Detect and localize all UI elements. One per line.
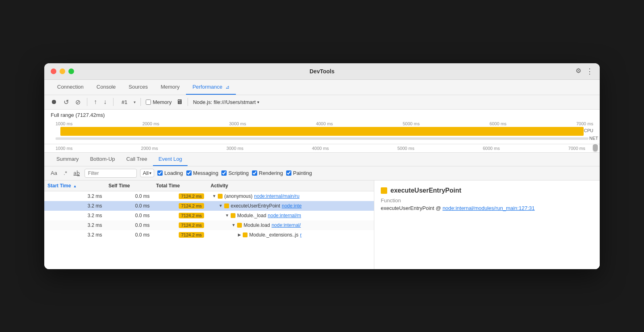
rendering-checkbox[interactable] [252, 170, 257, 176]
detail-body-prefix: executeUserEntryPoint @ [381, 205, 442, 211]
filter-regex[interactable]: .* [62, 169, 69, 177]
expand-btn-2[interactable]: ▼ [225, 213, 229, 218]
col-total-time[interactable]: Total Time [153, 181, 208, 191]
ruler-tick-7: 7000 ms [576, 121, 593, 126]
tab-event-log[interactable]: Event Log [153, 153, 188, 166]
expand-btn-4[interactable]: ▶ [238, 232, 241, 237]
activity-link-4[interactable]: r [300, 232, 301, 238]
rendering-checkbox-label[interactable]: Rendering [252, 170, 283, 176]
detail-color-swatch [381, 187, 387, 194]
ruler2-tick-7: 7000 ms [568, 146, 585, 151]
toolbar-divider-4 [188, 98, 188, 106]
table-row[interactable]: 3.2 ms 0.0 ms 7124.2 ms ▼ (anonymous) no… [44, 191, 374, 201]
download-button[interactable]: ↓ [102, 98, 108, 106]
cell-start-time-1: 3.2 ms [44, 201, 105, 211]
title-bar: DevTools ⚙ ⋮ [44, 63, 600, 80]
cell-start-time-4: 3.2 ms [44, 230, 105, 240]
table-row[interactable]: 3.2 ms 0.0 ms 7124.2 ms ▼ Module._load n… [44, 211, 374, 220]
reload-button[interactable]: ↺ [62, 98, 70, 107]
tab-connection[interactable]: Connection [51, 80, 90, 95]
upload-button[interactable]: ↑ [92, 98, 99, 106]
time-badge-2: 7124.2 ms [179, 213, 204, 218]
activity-swatch-0 [218, 194, 223, 199]
ruler-tick-6: 6000 ms [489, 121, 506, 126]
ruler-tick-2: 2000 ms [142, 121, 159, 126]
more-icon[interactable]: ⋮ [586, 67, 593, 76]
scripting-checkbox-label[interactable]: Scripting [221, 170, 249, 176]
maximize-button[interactable] [68, 68, 74, 74]
full-range-label: Full range (7127.42ms) [44, 110, 600, 120]
cell-self-time-1: 0.0 ms [105, 201, 153, 211]
cell-activity-0: ▼ (anonymous) node:internal/main/ru [207, 191, 374, 201]
filter-case-sensitive[interactable]: Aa [49, 169, 59, 177]
target-selector[interactable]: Node.js: file:///Users/stmart ▾ [193, 99, 259, 105]
clear-button[interactable]: ⊘ [74, 98, 82, 107]
profile-dropdown-arrow[interactable]: ▾ [134, 100, 136, 104]
minimize-button[interactable] [60, 68, 65, 74]
expand-btn-0[interactable]: ▼ [212, 194, 216, 198]
tab-summary[interactable]: Summary [51, 153, 85, 166]
memory-checkbox-label[interactable]: Memory [146, 99, 171, 105]
nav-bar: Connection Console Sources Memory Perfor… [44, 80, 600, 95]
activity-name-2: Module._load [237, 213, 266, 218]
tab-memory[interactable]: Memory [154, 80, 186, 95]
cpu-bar-row: CPU [44, 127, 600, 136]
messaging-checkbox-label[interactable]: Messaging [186, 170, 219, 176]
col-activity[interactable]: Activity [207, 181, 374, 191]
filter-category-dropdown[interactable]: All ▾ [140, 169, 154, 177]
memory-checkbox-input[interactable] [146, 100, 151, 105]
col-self-time[interactable]: Self Time [105, 181, 153, 191]
timeline-scrollbar[interactable] [592, 144, 598, 152]
col-start-time[interactable]: Start Time ▲ [44, 181, 105, 191]
tab-bottom-up[interactable]: Bottom-Up [85, 153, 121, 166]
cell-total-time-3: 7124.2 ms [153, 220, 208, 230]
activity-link-0[interactable]: node:internal/main/ru [254, 193, 299, 199]
cell-self-time-4: 0.0 ms [105, 230, 153, 240]
net-bar: NET [56, 137, 588, 140]
tab-performance[interactable]: Performance ⊿ [186, 80, 236, 95]
cpu-bar: CPU [60, 127, 584, 136]
expand-btn-3[interactable]: ▼ [231, 223, 235, 227]
table-row[interactable]: 3.2 ms 0.0 ms 7124.2 ms ▼ Module.load no… [44, 220, 374, 230]
toolbar-divider-2 [113, 98, 114, 106]
toolbar-divider-3 [140, 98, 141, 106]
loading-checkbox[interactable] [157, 170, 163, 176]
filter-whole-word[interactable]: ab̲ [72, 169, 81, 177]
cell-total-time-1: 7124.2 ms [153, 201, 208, 211]
table-row[interactable]: 3.2 ms 0.0 ms 7124.2 ms ▶ Module._extens… [44, 230, 374, 240]
expand-btn-1[interactable]: ▼ [219, 203, 223, 208]
painting-checkbox-label[interactable]: Painting [286, 170, 312, 176]
tab-call-tree[interactable]: Call Tree [121, 153, 153, 166]
tab-sources[interactable]: Sources [122, 80, 154, 95]
loading-checkbox-label[interactable]: Loading [157, 170, 183, 176]
cell-start-time-3: 3.2 ms [44, 220, 105, 230]
ruler2-tick-4: 4000 ms [312, 146, 329, 151]
table-row[interactable]: 3.2 ms 0.0 ms 7124.2 ms ▼ executeUserEnt… [44, 201, 374, 211]
settings-icon[interactable]: ⚙ [576, 67, 581, 76]
activity-link-2[interactable]: node:internal/m [268, 213, 301, 218]
detail-subtitle: Function [381, 197, 593, 203]
detail-body-link[interactable]: node:internal/modules/run_main:127:31 [442, 205, 535, 211]
ruler2-tick-2: 2000 ms [141, 146, 158, 151]
activity-link-1[interactable]: node:inte [282, 203, 301, 209]
main-content: Start Time ▲ Self Time Total Time Activi… [44, 181, 600, 269]
activity-link-3[interactable]: node:internal/ [272, 222, 301, 228]
cell-total-time-0: 7124.2 ms [153, 191, 208, 201]
event-table: Start Time ▲ Self Time Total Time Activi… [44, 181, 374, 240]
tab-console[interactable]: Console [90, 80, 122, 95]
ruler-tick-4: 4000 ms [316, 121, 333, 126]
top-ruler: 1000 ms 2000 ms 3000 ms 4000 ms 5000 ms … [44, 120, 600, 127]
bottom-ruler: 1000 ms 2000 ms 3000 ms 4000 ms 5000 ms … [44, 144, 600, 152]
activity-swatch-3 [237, 223, 242, 228]
scrollbar-thumb [593, 144, 598, 151]
detail-title-text: executeUserEntryPoint [390, 187, 461, 194]
painting-checkbox[interactable] [286, 170, 291, 176]
timeline-section: Full range (7127.42ms) 1000 ms 2000 ms 3… [44, 110, 600, 153]
messaging-checkbox[interactable] [186, 170, 192, 176]
ruler-tick-1: 1000 ms [56, 121, 72, 126]
close-button[interactable] [51, 68, 56, 74]
scripting-checkbox[interactable] [221, 170, 227, 176]
devtools-window: DevTools ⚙ ⋮ Connection Console Sources … [44, 63, 600, 269]
record-button[interactable]: ⏺ [49, 98, 59, 106]
filter-input[interactable] [85, 169, 137, 178]
